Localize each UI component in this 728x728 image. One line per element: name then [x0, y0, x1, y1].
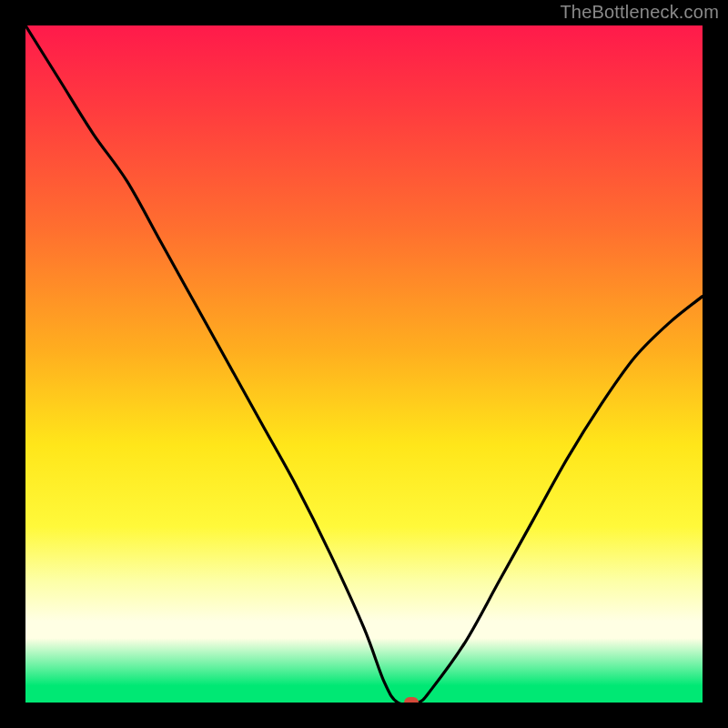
watermark-text: TheBottleneck.com	[560, 2, 719, 23]
bottleneck-chart	[25, 25, 703, 703]
plot-area	[25, 25, 703, 703]
gradient-background	[25, 25, 703, 703]
chart-frame: TheBottleneck.com	[0, 0, 728, 728]
